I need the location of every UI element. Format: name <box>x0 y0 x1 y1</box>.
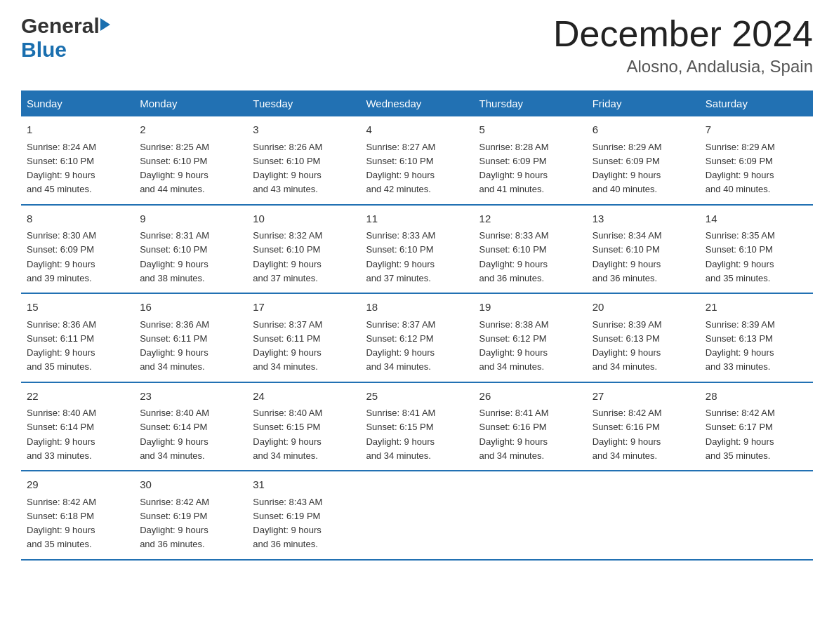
day-info: Sunrise: 8:42 AMSunset: 6:17 PMDaylight:… <box>706 408 775 461</box>
header-friday: Friday <box>587 90 700 116</box>
logo-arrow-icon <box>100 18 110 31</box>
day-info: Sunrise: 8:29 AMSunset: 6:09 PMDaylight:… <box>706 142 775 195</box>
day-number: 27 <box>593 389 694 405</box>
day-number: 22 <box>27 389 128 405</box>
calendar-day-cell <box>360 471 473 560</box>
day-info: Sunrise: 8:27 AMSunset: 6:10 PMDaylight:… <box>366 142 435 195</box>
day-info: Sunrise: 8:28 AMSunset: 6:09 PMDaylight:… <box>479 142 549 195</box>
title-block: December 2024 Alosno, Andalusia, Spain <box>553 14 813 76</box>
day-number: 28 <box>706 389 807 405</box>
calendar-day-cell: 29 Sunrise: 8:42 AMSunset: 6:18 PMDaylig… <box>21 471 134 560</box>
day-number: 16 <box>140 300 241 316</box>
calendar-day-cell: 16 Sunrise: 8:36 AMSunset: 6:11 PMDaylig… <box>134 293 247 382</box>
calendar-day-cell: 7 Sunrise: 8:29 AMSunset: 6:09 PMDayligh… <box>700 116 813 205</box>
day-number: 11 <box>366 211 468 227</box>
day-info: Sunrise: 8:42 AMSunset: 6:19 PMDaylight:… <box>140 497 209 550</box>
calendar-day-cell: 1 Sunrise: 8:24 AMSunset: 6:10 PMDayligh… <box>21 116 134 205</box>
day-number: 9 <box>140 211 241 227</box>
logo-blue: Blue <box>21 38 67 62</box>
header-tuesday: Tuesday <box>247 90 360 116</box>
calendar-day-cell <box>587 471 700 560</box>
calendar-day-cell: 5 Sunrise: 8:28 AMSunset: 6:09 PMDayligh… <box>474 116 587 205</box>
calendar-day-cell: 28 Sunrise: 8:42 AMSunset: 6:17 PMDaylig… <box>700 382 813 471</box>
day-number: 14 <box>706 211 807 227</box>
header-monday: Monday <box>134 90 247 116</box>
day-number: 21 <box>706 300 807 316</box>
weekday-header-row: Sunday Monday Tuesday Wednesday Thursday… <box>21 90 813 116</box>
day-info: Sunrise: 8:32 AMSunset: 6:10 PMDaylight:… <box>253 230 322 283</box>
day-info: Sunrise: 8:30 AMSunset: 6:09 PMDaylight:… <box>27 230 96 283</box>
day-info: Sunrise: 8:42 AMSunset: 6:18 PMDaylight:… <box>27 497 96 550</box>
calendar-day-cell: 6 Sunrise: 8:29 AMSunset: 6:09 PMDayligh… <box>587 116 700 205</box>
calendar-day-cell: 15 Sunrise: 8:36 AMSunset: 6:11 PMDaylig… <box>21 293 134 382</box>
day-number: 5 <box>479 122 581 138</box>
day-number: 19 <box>479 300 581 316</box>
day-number: 31 <box>253 477 355 493</box>
calendar-day-cell: 12 Sunrise: 8:33 AMSunset: 6:10 PMDaylig… <box>474 205 587 294</box>
calendar-table: Sunday Monday Tuesday Wednesday Thursday… <box>21 90 813 561</box>
day-info: Sunrise: 8:39 AMSunset: 6:13 PMDaylight:… <box>593 319 662 373</box>
calendar-day-cell: 9 Sunrise: 8:31 AMSunset: 6:10 PMDayligh… <box>134 205 247 294</box>
page-subtitle: Alosno, Andalusia, Spain <box>553 57 813 76</box>
header-saturday: Saturday <box>700 90 813 116</box>
day-number: 24 <box>253 389 355 405</box>
day-number: 13 <box>593 211 694 227</box>
day-info: Sunrise: 8:42 AMSunset: 6:16 PMDaylight:… <box>593 408 662 461</box>
day-number: 6 <box>593 122 694 138</box>
day-info: Sunrise: 8:40 AMSunset: 6:15 PMDaylight:… <box>253 408 322 461</box>
calendar-day-cell: 10 Sunrise: 8:32 AMSunset: 6:10 PMDaylig… <box>247 205 360 294</box>
day-number: 17 <box>253 300 355 316</box>
calendar-week-row: 15 Sunrise: 8:36 AMSunset: 6:11 PMDaylig… <box>21 293 813 382</box>
day-number: 4 <box>366 122 468 138</box>
day-info: Sunrise: 8:40 AMSunset: 6:14 PMDaylight:… <box>140 408 209 461</box>
day-number: 10 <box>253 211 355 227</box>
day-info: Sunrise: 8:37 AMSunset: 6:12 PMDaylight:… <box>366 319 435 373</box>
day-info: Sunrise: 8:26 AMSunset: 6:10 PMDaylight:… <box>253 142 322 195</box>
day-info: Sunrise: 8:33 AMSunset: 6:10 PMDaylight:… <box>479 230 549 283</box>
calendar-day-cell: 25 Sunrise: 8:41 AMSunset: 6:15 PMDaylig… <box>360 382 473 471</box>
day-info: Sunrise: 8:33 AMSunset: 6:10 PMDaylight:… <box>366 230 435 283</box>
calendar-day-cell: 21 Sunrise: 8:39 AMSunset: 6:13 PMDaylig… <box>700 293 813 382</box>
calendar-day-cell: 23 Sunrise: 8:40 AMSunset: 6:14 PMDaylig… <box>134 382 247 471</box>
calendar-day-cell: 20 Sunrise: 8:39 AMSunset: 6:13 PMDaylig… <box>587 293 700 382</box>
day-number: 29 <box>27 477 128 493</box>
calendar-day-cell: 13 Sunrise: 8:34 AMSunset: 6:10 PMDaylig… <box>587 205 700 294</box>
day-info: Sunrise: 8:29 AMSunset: 6:09 PMDaylight:… <box>593 142 662 195</box>
day-info: Sunrise: 8:39 AMSunset: 6:13 PMDaylight:… <box>706 319 775 373</box>
calendar-day-cell: 31 Sunrise: 8:43 AMSunset: 6:19 PMDaylig… <box>247 471 360 560</box>
day-info: Sunrise: 8:41 AMSunset: 6:16 PMDaylight:… <box>479 408 549 461</box>
calendar-day-cell <box>474 471 587 560</box>
calendar-day-cell: 17 Sunrise: 8:37 AMSunset: 6:11 PMDaylig… <box>247 293 360 382</box>
calendar-day-cell: 24 Sunrise: 8:40 AMSunset: 6:15 PMDaylig… <box>247 382 360 471</box>
day-info: Sunrise: 8:41 AMSunset: 6:15 PMDaylight:… <box>366 408 435 461</box>
day-number: 1 <box>27 122 128 138</box>
calendar-day-cell: 4 Sunrise: 8:27 AMSunset: 6:10 PMDayligh… <box>360 116 473 205</box>
day-info: Sunrise: 8:24 AMSunset: 6:10 PMDaylight:… <box>27 142 96 195</box>
day-number: 25 <box>366 389 468 405</box>
header-wednesday: Wednesday <box>360 90 473 116</box>
day-number: 20 <box>593 300 694 316</box>
calendar-day-cell: 3 Sunrise: 8:26 AMSunset: 6:10 PMDayligh… <box>247 116 360 205</box>
day-number: 15 <box>27 300 128 316</box>
day-number: 23 <box>140 389 241 405</box>
calendar-day-cell <box>700 471 813 560</box>
header-thursday: Thursday <box>474 90 587 116</box>
calendar-day-cell: 30 Sunrise: 8:42 AMSunset: 6:19 PMDaylig… <box>134 471 247 560</box>
day-info: Sunrise: 8:43 AMSunset: 6:19 PMDaylight:… <box>253 497 322 550</box>
day-info: Sunrise: 8:36 AMSunset: 6:11 PMDaylight:… <box>140 319 209 373</box>
calendar-day-cell: 22 Sunrise: 8:40 AMSunset: 6:14 PMDaylig… <box>21 382 134 471</box>
day-number: 12 <box>479 211 581 227</box>
page-title: December 2024 <box>553 14 813 54</box>
logo: General Blue <box>21 14 110 62</box>
calendar-week-row: 8 Sunrise: 8:30 AMSunset: 6:09 PMDayligh… <box>21 205 813 294</box>
day-number: 8 <box>27 211 128 227</box>
day-number: 18 <box>366 300 468 316</box>
day-info: Sunrise: 8:36 AMSunset: 6:11 PMDaylight:… <box>27 319 96 373</box>
day-number: 26 <box>479 389 581 405</box>
day-info: Sunrise: 8:37 AMSunset: 6:11 PMDaylight:… <box>253 319 322 373</box>
calendar-day-cell: 18 Sunrise: 8:37 AMSunset: 6:12 PMDaylig… <box>360 293 473 382</box>
calendar-week-row: 1 Sunrise: 8:24 AMSunset: 6:10 PMDayligh… <box>21 116 813 205</box>
calendar-day-cell: 26 Sunrise: 8:41 AMSunset: 6:16 PMDaylig… <box>474 382 587 471</box>
header-sunday: Sunday <box>21 90 134 116</box>
day-number: 2 <box>140 122 241 138</box>
